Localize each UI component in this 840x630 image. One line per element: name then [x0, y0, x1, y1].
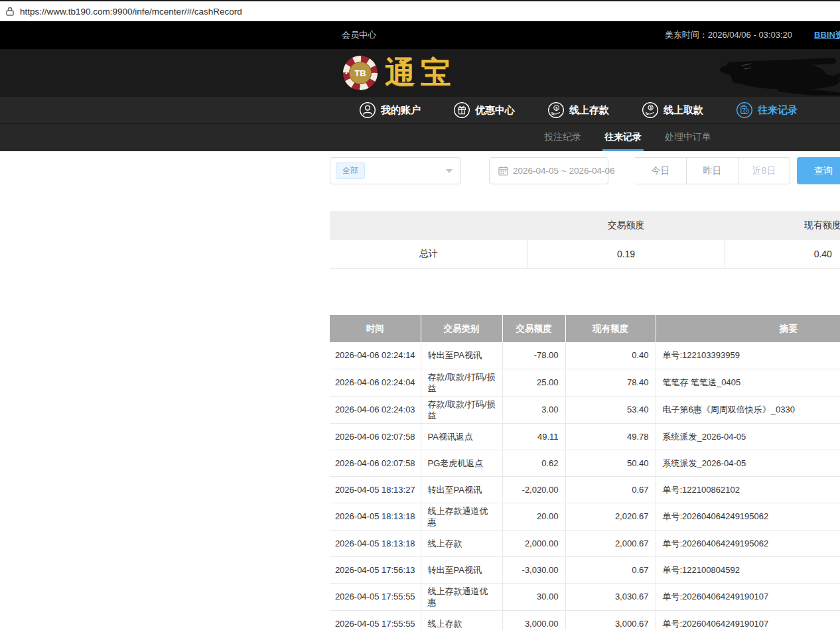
brand-logo[interactable]: ♥ ♠ ♦ ♣ TB 通宝	[342, 54, 456, 92]
url-text[interactable]: https://www.tb190.com:9900/infe/mcenter/…	[20, 7, 242, 17]
cell-time: 2026-04-05 18:13:18	[330, 503, 421, 530]
sub-nav-band: 投注纪录 往来记录 处理中订单	[0, 124, 840, 151]
cell-note: 单号:122100862102	[656, 476, 840, 503]
record-tab[interactable]: 往来记录	[602, 124, 644, 151]
cell-type: 存款/取款/打码/损益	[421, 369, 502, 396]
record-tabs: 投注纪录 往来记录 处理中订单	[0, 124, 840, 151]
summary-table: 交易额度 现有额度 总计 0.19 0.40	[330, 211, 840, 269]
cell-note: 单号:202604064249195062	[656, 503, 840, 530]
svg-text:♠: ♠	[374, 71, 376, 75]
cell-type: 线上存款通道优惠	[421, 503, 502, 530]
poker-chip-logo-icon: ♥ ♠ ♦ ♣ TB	[342, 55, 378, 91]
cell-time: 2026-04-06 02:24:04	[330, 369, 421, 396]
svg-text:$: $	[555, 106, 558, 110]
nav-item[interactable]: $ 线上存款	[547, 101, 609, 119]
nav-item-label: 优惠中心	[475, 104, 515, 117]
cell-balance: 0.67	[565, 556, 656, 583]
quick-range-group: 今日 昨日 近8日	[635, 157, 790, 184]
record-tab[interactable]: 处理中订单	[663, 124, 713, 151]
table-row: 2026-04-05 17:56:13 转出至PA视讯 -3,030.00 0.…	[330, 556, 840, 583]
table-row: 2026-04-06 02:24:03 存款/取款/打码/损益 3.00 53.…	[330, 396, 840, 423]
nav-item[interactable]: 我的账户	[359, 101, 421, 119]
selected-type-chip[interactable]: 全部	[336, 162, 365, 179]
table-row: 2026-04-06 02:24:04 存款/取款/打码/损益 25.00 78…	[330, 369, 840, 396]
nav-item[interactable]: 往来记录	[736, 101, 798, 119]
summary-balance-total: 0.40	[725, 240, 840, 268]
cell-amount: 49.11	[502, 423, 565, 450]
main-nav-band: 我的账户 优惠中心 $ 线上存款 $ 线上取款 往来记录	[0, 97, 840, 124]
nav-item-label: 往来记录	[758, 104, 798, 117]
col-header-balance: 现有额度	[565, 315, 656, 342]
cell-note: 单号:122100804592	[656, 556, 840, 583]
cell-note: 单号:202604064249190107	[656, 610, 840, 630]
summary-transaction-total: 0.19	[527, 240, 725, 268]
cell-time: 2026-04-06 02:07:58	[330, 450, 421, 476]
nav-item-label: 线上存款	[569, 104, 609, 117]
user-icon	[359, 101, 376, 119]
cell-note: 笔笔存 笔笔送_0405	[656, 369, 840, 396]
quick-range-button[interactable]: 近8日	[738, 157, 790, 184]
redaction-scribble	[715, 57, 840, 97]
cell-type: 存款/取款/打码/损益	[421, 396, 502, 423]
chevron-down-icon	[446, 169, 453, 173]
cell-time: 2026-04-05 17:56:13	[330, 556, 421, 583]
quick-range-button[interactable]: 昨日	[687, 157, 738, 184]
cell-amount: -3,030.00	[502, 556, 565, 583]
col-header-time: 时间	[330, 315, 421, 342]
cell-amount: 0.62	[502, 450, 565, 476]
table-row: 2026-04-06 02:07:58 PG老虎机返点 0.62 50.40 系…	[330, 450, 840, 476]
cell-time: 2026-04-05 17:55:55	[330, 583, 421, 610]
table-row: 2026-04-05 17:55:55 线上存款通道优惠 30.00 3,030…	[330, 583, 840, 610]
cell-amount: 20.00	[502, 503, 565, 530]
cell-balance: 3,000.67	[565, 610, 656, 630]
calendar-icon	[498, 166, 508, 176]
deposit-icon: $	[547, 101, 565, 119]
summary-header-transaction: 交易额度	[527, 211, 725, 240]
summary-total-label: 总计	[330, 240, 527, 268]
bbin-link[interactable]: BBIN资	[814, 21, 840, 49]
cell-time: 2026-04-05 18:13:27	[330, 476, 421, 503]
cell-amount: 2,000.00	[502, 530, 565, 556]
records-body: 2026-04-06 02:24:14 转出至PA视讯 -78.00 0.40 …	[330, 342, 840, 630]
cell-time: 2026-04-06 02:24:14	[330, 342, 421, 369]
table-row: 2026-04-05 17:55:55 线上存款 3,000.00 3,000.…	[330, 610, 840, 630]
cell-note: 单号:202604064249195062	[656, 530, 840, 556]
cell-type: 线上存款通道优惠	[421, 583, 502, 610]
cell-balance: 2,000.67	[565, 530, 656, 556]
table-row: 2026-04-05 18:13:18 线上存款 2,000.00 2,000.…	[330, 530, 840, 556]
member-center-label[interactable]: 会员中心	[342, 21, 376, 49]
filter-row: 全部 2026-04-05 ~ 2026-04-06 今日 昨日 近8日 查询	[330, 157, 840, 184]
quick-range-button[interactable]: 今日	[635, 157, 687, 184]
nav-item[interactable]: 优惠中心	[453, 101, 515, 119]
summary-header-empty	[330, 211, 527, 240]
svg-text:$: $	[650, 105, 652, 109]
cell-balance: 50.40	[565, 450, 656, 476]
col-header-type: 交易类别	[421, 315, 502, 342]
search-button[interactable]: 查询	[797, 157, 840, 184]
cell-balance: 53.40	[565, 396, 656, 423]
summary-header-row: 交易额度 现有额度	[330, 211, 840, 240]
cell-type: PA视讯返点	[421, 423, 502, 450]
browser-url-bar[interactable]: https://www.tb190.com:9900/infe/mcenter/…	[0, 0, 840, 21]
transaction-type-select[interactable]: 全部	[330, 157, 461, 184]
cell-balance: 78.40	[565, 369, 656, 396]
cell-amount: -2,020.00	[502, 476, 565, 503]
date-range-value[interactable]: 2026-04-05 ~ 2026-04-06	[513, 166, 615, 176]
nav-item[interactable]: $ 线上取款	[642, 101, 703, 119]
us-eastern-time: 美东时间：2026/04/06 - 03:03:20	[665, 21, 792, 49]
logo-band: ♥ ♠ ♦ ♣ TB 通宝	[0, 49, 840, 97]
svg-text:♥: ♥	[360, 57, 362, 61]
records-header-row: 时间 交易类别 交易额度 现有额度 摘要	[330, 315, 840, 342]
cell-balance: 2,020.67	[565, 503, 656, 530]
cell-note: 单号:122103393959	[656, 342, 840, 369]
cell-time: 2026-04-06 02:07:58	[330, 423, 421, 450]
table-row: 2026-04-06 02:24:14 转出至PA视讯 -78.00 0.40 …	[330, 342, 840, 369]
cell-amount: 3.00	[502, 396, 565, 423]
cell-type: 线上存款	[421, 530, 502, 556]
date-range-input[interactable]: 2026-04-05 ~ 2026-04-06	[489, 157, 608, 184]
cell-note: 系统派发_2026-04-05	[656, 450, 840, 476]
cell-amount: 30.00	[502, 583, 565, 610]
record-tab[interactable]: 投注纪录	[542, 124, 583, 151]
cell-balance: 3,030.67	[565, 583, 656, 610]
svg-text:TB: TB	[354, 68, 366, 78]
